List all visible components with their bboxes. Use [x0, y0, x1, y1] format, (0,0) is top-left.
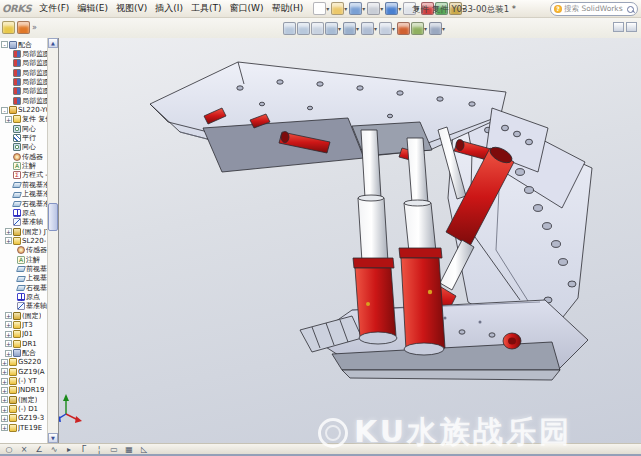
- tree-item[interactable]: 基准轴: [1, 218, 47, 227]
- expand-toggle-icon[interactable]: +: [1, 424, 8, 431]
- tree-item[interactable]: 局部监图用: [1, 59, 47, 68]
- apply-scene-dropdown-icon[interactable]: ▾: [424, 25, 427, 32]
- tree-item[interactable]: +(-) D1: [1, 404, 47, 413]
- zoom-fit-icon[interactable]: [283, 22, 296, 35]
- split-pane-icon[interactable]: [613, 22, 624, 32]
- hide-show-items-dropdown-icon[interactable]: ▾: [392, 25, 395, 32]
- menu-insert[interactable]: 插入(I): [151, 1, 187, 16]
- tree-item[interactable]: +GS220: [1, 358, 47, 367]
- view-orientation-icon[interactable]: ▾: [343, 22, 360, 35]
- tree-item[interactable]: +SL220-: [1, 236, 47, 245]
- print-icon[interactable]: ▾: [367, 2, 384, 15]
- triangle-tool-icon[interactable]: ◺: [139, 445, 149, 455]
- expand-toggle-icon[interactable]: +: [5, 350, 12, 357]
- apply-scene-icon[interactable]: ▾: [411, 22, 428, 35]
- centerline-tool-icon[interactable]: ¦: [94, 445, 104, 455]
- tree-item[interactable]: 基准轴: [1, 302, 47, 311]
- expand-toggle-icon[interactable]: +: [5, 116, 12, 123]
- menu-window[interactable]: 窗口(W): [225, 1, 267, 16]
- view-settings-icon[interactable]: ▾: [429, 22, 446, 35]
- tree-item[interactable]: Σ方程式 ->: [1, 171, 47, 180]
- model-leg-right[interactable]: [399, 138, 445, 355]
- undo-icon[interactable]: ▾: [385, 2, 402, 15]
- tree-item[interactable]: 局部监图用: [1, 96, 47, 105]
- expand-toggle-icon[interactable]: +: [1, 387, 8, 394]
- tree-item[interactable]: 原点: [1, 208, 47, 217]
- display-style-icon[interactable]: ▾: [361, 22, 378, 35]
- trim-tool-icon[interactable]: ×: [19, 445, 29, 455]
- tree-item[interactable]: 传感器: [1, 246, 47, 255]
- view-orientation-dropdown-icon[interactable]: ▾: [356, 25, 359, 32]
- scrollbar-thumb[interactable]: [48, 203, 58, 231]
- menu-edit[interactable]: 编辑(E): [73, 1, 112, 16]
- open-dropdown-icon[interactable]: ▾: [344, 5, 347, 12]
- tree-item[interactable]: +(固定) JT: [1, 227, 47, 236]
- tree-item[interactable]: +(固定): [1, 395, 47, 404]
- search-icon[interactable]: [627, 6, 634, 13]
- undo-dropdown-icon[interactable]: ▾: [398, 5, 401, 12]
- print-dropdown-icon[interactable]: ▾: [380, 5, 383, 12]
- grid-tool-icon[interactable]: ▦: [124, 445, 134, 455]
- save-dropdown-icon[interactable]: ▾: [362, 5, 365, 12]
- pane-options-icon[interactable]: [626, 22, 637, 32]
- tree-item[interactable]: A注解: [1, 255, 47, 264]
- tree-item[interactable]: +JNDR19: [1, 386, 47, 395]
- scroll-up-icon[interactable]: ▲: [48, 38, 58, 48]
- hide-show-items-icon[interactable]: ▾: [379, 22, 396, 35]
- tree-item[interactable]: -配合: [1, 40, 47, 49]
- search-box[interactable]: ? 搜索 SolidWorks 帮助: [550, 2, 638, 16]
- save-icon[interactable]: ▾: [349, 2, 366, 15]
- tree-item[interactable]: 同心: [1, 143, 47, 152]
- tree-item[interactable]: 局部监图用: [1, 68, 47, 77]
- expand-toggle-icon[interactable]: +: [5, 312, 12, 319]
- tree-item[interactable]: 同心: [1, 124, 47, 133]
- expand-toggle-icon[interactable]: +: [1, 415, 8, 422]
- menu-help[interactable]: 帮助(H): [267, 1, 307, 16]
- new-document-dropdown-icon[interactable]: ▾: [326, 5, 329, 12]
- open-icon[interactable]: ▾: [331, 2, 348, 15]
- tree-item[interactable]: +JT3: [1, 320, 47, 329]
- previous-view-icon[interactable]: [311, 22, 324, 35]
- tree-item[interactable]: 右视基准面: [1, 199, 47, 208]
- expand-toggle-icon[interactable]: +: [5, 321, 12, 328]
- tree-item[interactable]: +DR1: [1, 339, 47, 348]
- section-view-icon[interactable]: ▾: [325, 22, 342, 35]
- tree-item[interactable]: +(固定): [1, 311, 47, 320]
- tree-item[interactable]: 右视基: [1, 283, 47, 292]
- tree-item[interactable]: +(-) YT: [1, 376, 47, 385]
- tree-item[interactable]: 原点: [1, 292, 47, 301]
- tree-item[interactable]: +复件 复件: [1, 115, 47, 124]
- tree-item[interactable]: +J01: [1, 330, 47, 339]
- expand-toggle-icon[interactable]: +: [1, 396, 8, 403]
- tree-item[interactable]: +GZ19(A: [1, 367, 47, 376]
- tree-item[interactable]: +配合: [1, 348, 47, 357]
- design-library-icon[interactable]: [17, 21, 30, 34]
- tree-item[interactable]: 上视基: [1, 274, 47, 283]
- expand-toggle-icon[interactable]: +: [1, 359, 8, 366]
- expand-toggle-icon[interactable]: +: [5, 237, 12, 244]
- zoom-area-icon[interactable]: [297, 22, 310, 35]
- expand-toggle-icon[interactable]: +: [5, 228, 12, 235]
- tree-item[interactable]: 局部监图用: [1, 87, 47, 96]
- section-view-dropdown-icon[interactable]: ▾: [338, 25, 341, 32]
- model-leg-left[interactable]: [353, 130, 397, 344]
- search-input[interactable]: 搜索 SolidWorks 帮助: [564, 4, 625, 14]
- expand-toggle-icon[interactable]: +: [5, 340, 12, 347]
- toolbox-icon[interactable]: [2, 21, 15, 34]
- tree-item[interactable]: 前视基准面: [1, 180, 47, 189]
- arrow-tool-icon[interactable]: ▸: [64, 445, 74, 455]
- tree-item[interactable]: +JTE19E: [1, 423, 47, 432]
- spline-tool-icon[interactable]: ∿: [49, 445, 59, 455]
- circle-tool-icon[interactable]: ○: [4, 445, 14, 455]
- corner-tool-icon[interactable]: Γ: [79, 445, 89, 455]
- tree-item[interactable]: 局部监图用: [1, 49, 47, 58]
- tree-item[interactable]: 前视基: [1, 264, 47, 273]
- expand-toggle-icon[interactable]: +: [1, 406, 8, 413]
- tree-item[interactable]: 上视基准面: [1, 190, 47, 199]
- tree-item[interactable]: 传感器: [1, 152, 47, 161]
- menu-view[interactable]: 视图(V): [112, 1, 151, 16]
- expand-toggle-icon[interactable]: -: [1, 41, 8, 48]
- rectangle-tool-icon[interactable]: ▭: [109, 445, 119, 455]
- expand-toggle-icon[interactable]: +: [1, 368, 8, 375]
- more-tools-icon[interactable]: »: [32, 23, 37, 32]
